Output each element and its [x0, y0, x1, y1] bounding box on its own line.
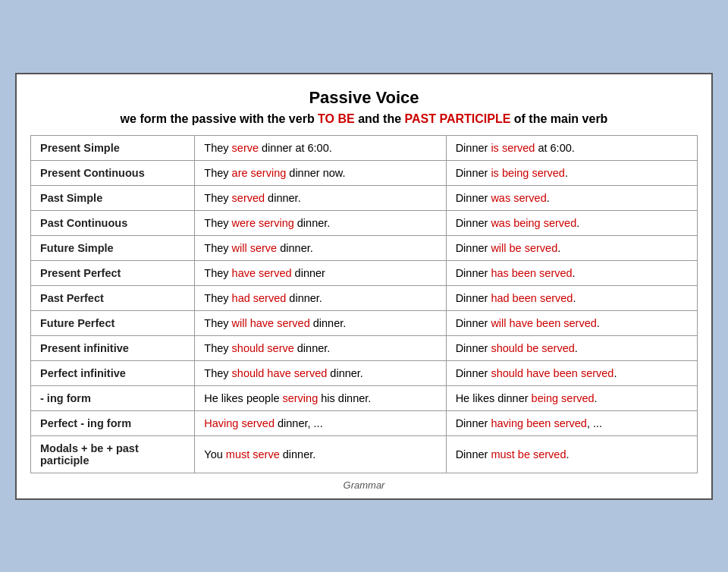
tense-cell: Present Simple [31, 135, 195, 160]
passive-cell: Dinner had been served. [446, 285, 697, 310]
active-cell: They serve dinner at 6:00. [195, 135, 446, 160]
subtitle-before: we form the passive with the verb [121, 112, 318, 125]
passive-cell: Dinner was being served. [446, 210, 697, 235]
passive-cell: Dinner is being served. [446, 160, 697, 185]
active-cell: Having served dinner, ... [195, 410, 446, 435]
active-cell: They were serving dinner. [195, 210, 446, 235]
passive-cell: Dinner will have been served. [446, 310, 697, 335]
active-cell: They should have served dinner. [195, 360, 446, 385]
passive-cell: Dinner having been served, ... [446, 410, 697, 435]
passive-cell: Dinner is served at 6:00. [446, 135, 697, 160]
table-row: Past PerfectThey had served dinner.Dinne… [31, 285, 698, 310]
tense-cell: Present Perfect [31, 260, 195, 285]
tense-cell: - ing form [31, 385, 195, 410]
footer-label: Grammar [30, 479, 698, 491]
active-cell: They will serve dinner. [195, 235, 446, 260]
active-cell: They have served dinner [195, 260, 446, 285]
active-cell: He likes people serving his dinner. [195, 385, 446, 410]
tense-cell: Perfect infinitive [31, 360, 195, 385]
active-cell: They will have served dinner. [195, 310, 446, 335]
active-cell: They had served dinner. [195, 285, 446, 310]
page-subtitle: we form the passive with the verb TO BE … [30, 112, 698, 126]
passive-cell: He likes dinner being served. [446, 385, 697, 410]
passive-cell: Dinner should be served. [446, 335, 697, 360]
active-cell: They served dinner. [195, 185, 446, 210]
table-row: Present PerfectThey have served dinnerDi… [31, 260, 698, 285]
tense-cell: Future Simple [31, 235, 195, 260]
passive-cell: Dinner was served. [446, 185, 697, 210]
subtitle-past-participle: PAST PARTICIPLE [405, 112, 511, 125]
table-row: Perfect infinitiveThey should have serve… [31, 360, 698, 385]
tense-cell: Future Perfect [31, 310, 195, 335]
table-row: Past ContinuousThey were serving dinner.… [31, 210, 698, 235]
page-title: Passive Voice [30, 88, 698, 108]
passive-cell: Dinner has been served. [446, 260, 697, 285]
active-cell: They are serving dinner now. [195, 160, 446, 185]
table-row: Modals + be + past participleYou must se… [31, 435, 698, 473]
table-row: - ing formHe likes people serving his di… [31, 385, 698, 410]
active-cell: You must serve dinner. [195, 435, 446, 473]
passive-cell: Dinner will be served. [446, 235, 697, 260]
table-row: Present ContinuousThey are serving dinne… [31, 160, 698, 185]
table-row: Present infinitiveThey should serve dinn… [31, 335, 698, 360]
tense-cell: Present Continuous [31, 160, 195, 185]
subtitle-to-be: TO BE [318, 112, 355, 125]
table-row: Present SimpleThey serve dinner at 6:00.… [31, 135, 698, 160]
tense-cell: Present infinitive [31, 335, 195, 360]
subtitle-between: and the [355, 112, 405, 125]
table-row: Perfect - ing formHaving served dinner, … [31, 410, 698, 435]
tense-cell: Modals + be + past participle [31, 435, 195, 473]
main-container: Alba Learn English ★ Passive Voice we fo… [15, 73, 713, 500]
subtitle-after: of the main verb [510, 112, 607, 125]
table-row: Past SimpleThey served dinner.Dinner was… [31, 185, 698, 210]
tense-cell: Past Perfect [31, 285, 195, 310]
tense-cell: Past Simple [31, 185, 195, 210]
table-row: Future SimpleThey will serve dinner.Dinn… [31, 235, 698, 260]
passive-cell: Dinner should have been served. [446, 360, 697, 385]
passive-cell: Dinner must be served. [446, 435, 697, 473]
tense-cell: Perfect - ing form [31, 410, 195, 435]
table-row: Future PerfectThey will have served dinn… [31, 310, 698, 335]
tense-cell: Past Continuous [31, 210, 195, 235]
active-cell: They should serve dinner. [195, 335, 446, 360]
passive-voice-table: Present SimpleThey serve dinner at 6:00.… [30, 135, 698, 473]
